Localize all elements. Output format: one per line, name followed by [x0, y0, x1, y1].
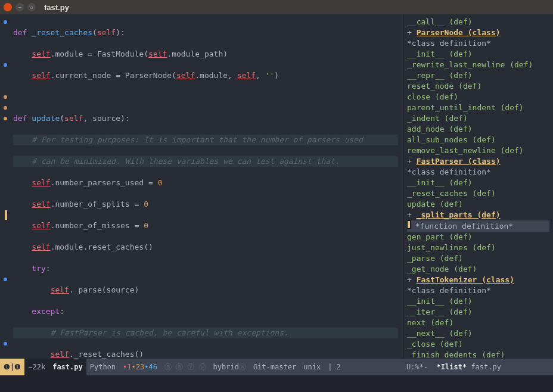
gutter-marker	[4, 20, 7, 24]
gutter-marker	[4, 342, 7, 346]
status-left: ❶ | ❶ − 22k fast.py Python •1 •23 •46 ⓐ …	[0, 359, 403, 375]
tree-item[interactable]: parent_until_indent (def)	[407, 102, 549, 113]
status-flags: ⓐ ⓐ ⓨ ⓟ	[161, 359, 210, 375]
status-size: − 22k	[24, 359, 49, 375]
tree-item[interactable]: __init__ (def)	[407, 296, 549, 307]
tree-item[interactable]: update (def)	[407, 199, 549, 210]
tree-item[interactable]: _parse (def)	[407, 253, 549, 264]
cursor-marker	[407, 220, 411, 229]
status-filename: fast.py	[49, 359, 86, 375]
titlebar: − ▫ fast.py	[0, 0, 553, 14]
status-warnings: ❶ | ❶	[0, 359, 24, 375]
gutter	[0, 14, 11, 359]
window-title: fast.py	[44, 3, 69, 12]
tree-item[interactable]: __repr__ (def)	[407, 70, 549, 81]
window-controls: − ▫	[4, 3, 36, 11]
tree-item[interactable]: close (def)	[407, 92, 549, 102]
tree-item[interactable]: _close (def)	[407, 339, 549, 350]
gutter-marker	[4, 106, 7, 110]
gutter-marker	[4, 63, 7, 67]
tree-item[interactable]: __iter__ (def)	[407, 307, 549, 318]
status-right: U:%*- *Ilist* fast.py	[403, 359, 553, 375]
tree-item[interactable]: add_node (def)	[407, 124, 549, 135]
tree-item[interactable]: + FastParser (class)	[407, 156, 549, 167]
maximize-icon[interactable]: ▫	[27, 3, 36, 11]
outline-sidebar[interactable]: __call__ (def) + ParserNode (class) *cla…	[403, 14, 553, 359]
cursor-line-marker	[5, 210, 7, 220]
tree-item[interactable]: _get_node (def)	[407, 264, 549, 275]
close-icon[interactable]	[4, 3, 12, 11]
statusbar: ❶ | ❶ − 22k fast.py Python •1 •23 •46 ⓐ …	[0, 359, 553, 375]
status-hybrid: hybrid Ⓚ	[210, 359, 250, 375]
tree-item[interactable]: _finish_dedents (def)	[407, 350, 549, 359]
code-editor[interactable]: def _reset_caches(self): self.module = F…	[11, 14, 403, 359]
tree-item[interactable]: gen_part (def)	[407, 232, 549, 242]
tree-item[interactable]: remove_last_newline (def)	[407, 145, 549, 156]
tree-item[interactable]: + ParserNode (class)	[407, 27, 549, 38]
tree-item[interactable]: just_newlines (def)	[407, 242, 549, 253]
content-area: def _reset_caches(self): self.module = F…	[0, 14, 553, 359]
status-language: Python	[86, 359, 119, 375]
tree-item[interactable]: __init__ (def)	[407, 178, 549, 188]
tree-item[interactable]: _indent (def)	[407, 113, 549, 124]
tree-item[interactable]: all_sub_nodes (def)	[407, 135, 549, 145]
status-git: Git-master	[250, 359, 300, 375]
tree-item[interactable]: *class definition*	[407, 38, 549, 49]
tree-item[interactable]: _reset_caches (def)	[407, 188, 549, 199]
gutter-marker	[4, 117, 7, 120]
gutter-marker	[4, 95, 7, 99]
tree-item[interactable]: next (def)	[407, 318, 549, 328]
tree-item[interactable]: _rewrite_last_newline (def)	[407, 60, 549, 70]
tree-item[interactable]: + _split_parts (def)	[407, 210, 549, 220]
minimize-icon[interactable]: −	[15, 3, 24, 11]
tree-item[interactable]: __next__ (def)	[407, 328, 549, 339]
tree-item-current[interactable]: *function definition*	[407, 220, 549, 232]
tree-item[interactable]: __init__ (def)	[407, 49, 549, 60]
status-position: | 2	[324, 359, 344, 375]
status-encoding: unix	[300, 359, 324, 375]
gutter-marker	[4, 278, 7, 281]
tree-item[interactable]: + FastTokenizer (class)	[407, 275, 549, 285]
tree-item[interactable]: *class definition*	[407, 167, 549, 178]
status-diagnostics: •1 •23 •46	[119, 359, 161, 375]
tree-item[interactable]: *class definition*	[407, 285, 549, 296]
tree-item[interactable]: __call__ (def)	[407, 17, 549, 27]
minibuffer[interactable]	[0, 375, 553, 392]
tree-item[interactable]: reset_node (def)	[407, 81, 549, 92]
